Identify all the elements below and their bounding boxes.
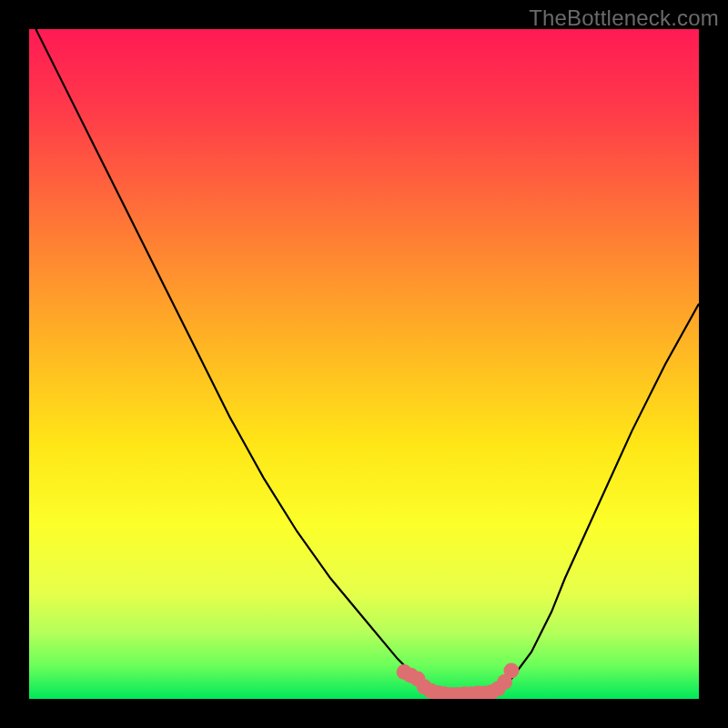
gradient-background — [29, 29, 699, 699]
plot-area — [29, 29, 699, 699]
watermark-text: TheBottleneck.com — [529, 5, 719, 31]
sweet-spot-marker — [503, 663, 519, 679]
chart-frame: TheBottleneck.com — [0, 0, 728, 728]
bottleneck-chart — [29, 29, 699, 699]
